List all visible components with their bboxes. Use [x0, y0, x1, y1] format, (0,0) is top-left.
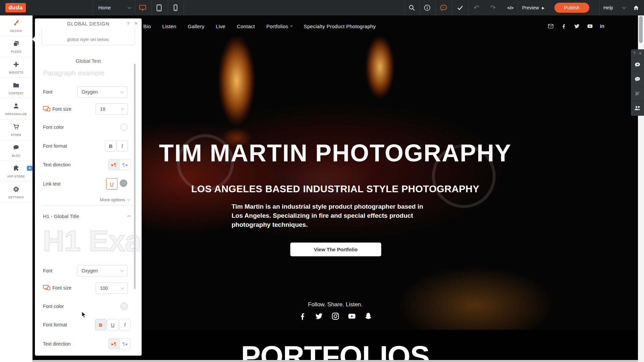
collaborators-button[interactable] — [631, 101, 644, 115]
preview-label: Preview — [522, 5, 539, 10]
hero-paragraph[interactable]: Tim Martin is an industrial style produc… — [232, 202, 426, 229]
sidebar-item-design[interactable]: DESIGN — [0, 15, 32, 36]
builder-top-toolbar: duda Home ↶ ↷ </> Preview ▶ Publish Help — [0, 0, 644, 15]
nav-link-bio[interactable]: Bio — [143, 23, 151, 29]
rtl-pilcrow-icon: ¶◂ — [122, 341, 128, 347]
nav-link-portfolios-label: Portfolios — [266, 23, 289, 29]
twitter-icon[interactable] — [315, 312, 323, 320]
nav-link-gallery[interactable]: Gallery — [188, 23, 204, 29]
h1-underline-button[interactable]: U — [107, 319, 118, 330]
sidebar-item-store[interactable]: STORE — [0, 119, 32, 140]
h1-font-select[interactable]: Oxygen — [77, 265, 128, 276]
facebook-icon[interactable] — [561, 23, 567, 29]
sidebar-item-widgets[interactable]: WIDGETS — [0, 57, 32, 78]
font-select[interactable]: Oxygen — [77, 86, 128, 98]
info-icon[interactable] — [424, 4, 431, 11]
page-selector[interactable]: Home — [95, 0, 135, 15]
close-icon[interactable]: × — [135, 20, 138, 27]
email-icon[interactable] — [548, 23, 554, 29]
text-direction-label: Text direction — [43, 162, 70, 167]
publish-button[interactable]: Publish — [554, 3, 589, 13]
link-color-swatch[interactable] — [120, 179, 127, 187]
view-portfolio-button[interactable]: View The Portfolio — [290, 243, 381, 256]
divider — [135, 0, 135, 15]
chevron-down-icon — [623, 6, 626, 9]
tablet-view-button[interactable] — [155, 4, 163, 11]
sidebar-item-blog[interactable]: BLOG — [0, 140, 32, 161]
folder-icon — [12, 82, 20, 89]
header-social-row: in — [548, 15, 604, 37]
code-icon[interactable]: </> — [505, 4, 515, 11]
float-help-button[interactable]: ? — [633, 51, 636, 56]
font-color-label: Font color — [43, 304, 64, 309]
youtube-icon[interactable] — [587, 23, 593, 29]
font-size-select[interactable]: 18 — [96, 103, 128, 115]
device-sizes-icon — [43, 106, 51, 113]
help-menu[interactable]: Help — [603, 0, 628, 15]
duda-logo[interactable]: duda — [5, 3, 26, 12]
preview-button[interactable]: Preview ▶ — [522, 0, 545, 15]
dashboard-home-icon[interactable] — [632, 4, 640, 11]
nav-link-portfolios[interactable]: Portfolios — [266, 23, 293, 29]
done-check-icon[interactable] — [456, 4, 464, 11]
sidebar-item-label: WIDGETS — [9, 71, 23, 74]
h1-font-select-value: Oxygen — [82, 268, 98, 273]
sidebar-item-personalize[interactable]: PERSONALIZE — [0, 99, 32, 119]
h1-font-size-select[interactable]: 100 — [96, 282, 128, 294]
italic-button[interactable]: I — [116, 140, 128, 152]
h1-ltr-direction-button[interactable]: ▸¶ — [108, 338, 119, 349]
nav-link-live[interactable]: Live — [216, 23, 226, 29]
ltr-direction-button[interactable]: ▸¶ — [108, 159, 119, 170]
redo-icon[interactable]: ↷ — [489, 4, 497, 11]
panel-scrollbar-thumb[interactable] — [134, 64, 136, 289]
chevron-down-icon — [121, 107, 124, 110]
rtl-direction-button[interactable]: ¶◂ — [119, 159, 131, 170]
sidebar-item-label: STORE — [11, 133, 21, 137]
snapchat-icon[interactable] — [364, 312, 373, 320]
sidebar-item-content[interactable]: CONTENT — [0, 78, 32, 99]
twitter-icon[interactable] — [574, 23, 580, 29]
mobile-view-button[interactable] — [172, 4, 179, 11]
link-underline-button[interactable]: U — [106, 178, 117, 190]
device-sizes-icon — [43, 285, 51, 292]
sidebar-item-pages[interactable]: PAGES — [0, 36, 32, 57]
text-direction-label: Text direction — [43, 341, 70, 347]
comments-list-button[interactable] — [631, 72, 644, 86]
instagram-icon[interactable] — [331, 312, 340, 320]
bold-button[interactable]: B — [105, 140, 116, 152]
linkedin-icon[interactable]: in — [600, 23, 604, 29]
hide-comments-button[interactable] — [631, 86, 644, 101]
sidebar-item-label: BLOG — [12, 154, 20, 157]
help-label: Help — [603, 5, 613, 10]
sidebar-item-label: SETTINGS — [8, 196, 24, 199]
undo-icon[interactable]: ↶ — [473, 4, 480, 11]
search-icon[interactable] — [408, 4, 415, 11]
font-color-swatch[interactable] — [120, 123, 128, 131]
comments-float-toolbar: ? × — [631, 49, 644, 116]
page-scrollbar-thumb[interactable] — [639, 16, 643, 43]
font-size-label: Font size — [52, 106, 71, 112]
underline-glyph: U — [111, 322, 115, 328]
sidebar-item-settings[interactable]: SETTINGS — [0, 182, 32, 203]
desktop-view-button[interactable] — [139, 4, 146, 11]
panel-help-button[interactable]: ? — [127, 21, 130, 26]
h1-font-color-swatch[interactable] — [120, 303, 128, 310]
collapse-chevron-icon[interactable] — [128, 215, 131, 219]
mouse-cursor — [81, 311, 87, 318]
nav-link-specialty[interactable]: Specialty Product Photography — [304, 23, 376, 29]
divider — [168, 0, 168, 15]
youtube-icon[interactable] — [348, 312, 356, 320]
puzzle-icon — [12, 165, 20, 172]
float-close-icon[interactable]: × — [639, 51, 642, 56]
nav-link-listen[interactable]: Listen — [162, 23, 177, 29]
add-comment-button[interactable] — [631, 57, 644, 72]
person-icon — [12, 102, 20, 110]
facebook-icon[interactable] — [298, 312, 307, 320]
feedback-chat-icon[interactable] — [440, 4, 447, 11]
nav-link-contact[interactable]: Contact — [237, 23, 255, 29]
more-options-button[interactable]: More options — [100, 197, 130, 202]
h1-italic-button[interactable]: I — [119, 319, 131, 330]
h1-rtl-direction-button[interactable]: ¶◂ — [119, 338, 131, 349]
h1-bold-button[interactable]: B — [95, 319, 106, 330]
sidebar-item-app-store[interactable]: APP STORE ★ — [0, 161, 32, 182]
